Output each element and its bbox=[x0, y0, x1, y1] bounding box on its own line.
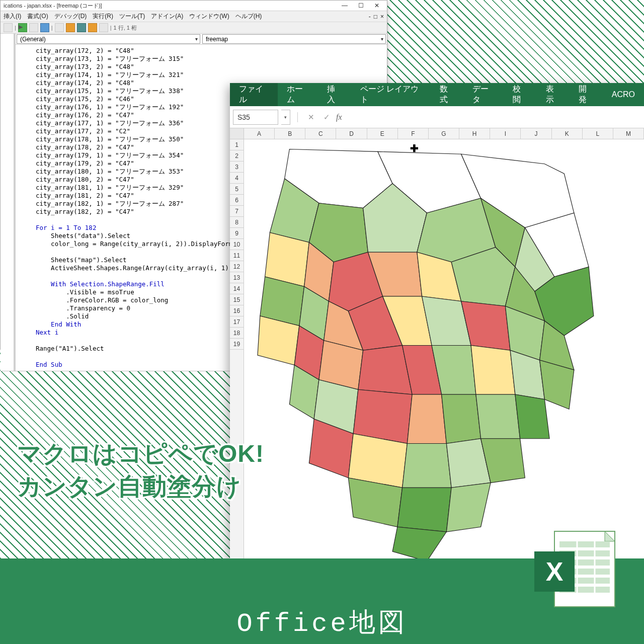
row-header[interactable]: 16 bbox=[230, 305, 244, 316]
row-header[interactable]: 12 bbox=[230, 261, 244, 272]
tab-data[interactable]: データ bbox=[463, 83, 504, 106]
tb-btn-a[interactable] bbox=[66, 23, 75, 32]
object-combo[interactable]: (General) bbox=[17, 34, 200, 44]
col-header[interactable]: H bbox=[459, 128, 490, 139]
tab-home[interactable]: ホーム bbox=[278, 83, 318, 106]
mdi-restore-button[interactable]: □ bbox=[374, 13, 377, 20]
name-box[interactable]: S35 bbox=[233, 110, 278, 125]
col-header[interactable]: J bbox=[521, 128, 551, 139]
col-header[interactable]: I bbox=[490, 128, 521, 139]
tab-developer[interactable]: 開発 bbox=[570, 83, 602, 106]
procedure-combo[interactable]: freemap bbox=[202, 34, 386, 44]
formula-bar-row: S35 ▾ ✕ ✓ fx bbox=[230, 106, 644, 128]
vbe-project-explorer[interactable] bbox=[1, 34, 16, 371]
cancel-formula-button[interactable]: ✕ bbox=[305, 113, 317, 122]
promo-line-2: カンタン自動塗分け bbox=[17, 470, 264, 503]
excel-file-icon: X bbox=[529, 526, 620, 619]
col-header[interactable]: B bbox=[275, 128, 305, 139]
tab-page-layout[interactable]: ページ レイアウト bbox=[351, 83, 431, 106]
design-mode-button[interactable] bbox=[55, 23, 64, 32]
col-header[interactable]: D bbox=[336, 128, 367, 139]
select-all-corner[interactable] bbox=[230, 128, 244, 139]
choropleth-map bbox=[244, 139, 644, 571]
row-header[interactable]: 10 bbox=[230, 239, 244, 250]
row-header[interactable]: 3 bbox=[230, 162, 244, 173]
excel-icon-letter: X bbox=[546, 557, 564, 586]
tab-view[interactable]: 表示 bbox=[537, 83, 570, 106]
tab-file[interactable]: ファイル bbox=[230, 83, 278, 106]
maximize-button[interactable]: ☐ bbox=[354, 1, 368, 11]
promo-line-1: マクロはコピペでOK! bbox=[17, 438, 264, 470]
toolbar-status: 1 行, 1 桁 bbox=[114, 24, 137, 32]
minimize-button[interactable]: — bbox=[338, 1, 352, 11]
window-controls: — ☐ ✕ bbox=[338, 1, 384, 11]
row-header[interactable]: 8 bbox=[230, 217, 244, 228]
mdi-minimize-button[interactable]: - bbox=[369, 13, 371, 20]
col-header[interactable]: C bbox=[305, 128, 336, 139]
menu-debug[interactable]: デバッグ(D) bbox=[54, 12, 87, 21]
row-headers[interactable]: 1 2 3 4 5 6 7 8 9 10 11 12 13 14 15 16 1… bbox=[230, 139, 244, 571]
fx-label[interactable]: fx bbox=[336, 113, 342, 122]
row-header[interactable]: 1 bbox=[230, 139, 244, 150]
row-header[interactable]: 19 bbox=[230, 339, 244, 350]
tb-btn-c[interactable] bbox=[88, 23, 97, 32]
svg-rect-1 bbox=[559, 541, 610, 547]
confirm-formula-button[interactable]: ✓ bbox=[320, 113, 333, 122]
row-header[interactable]: 6 bbox=[230, 195, 244, 206]
menu-help[interactable]: ヘルプ(H) bbox=[235, 12, 262, 21]
col-header[interactable]: M bbox=[613, 128, 644, 139]
bottom-label: Office地図 bbox=[236, 605, 407, 640]
vbe-title-text: ications - japan.xlsx - [freemap (コード)] bbox=[4, 2, 338, 10]
tab-formulas[interactable]: 数式 bbox=[431, 83, 463, 106]
tab-review[interactable]: 校閲 bbox=[504, 83, 536, 106]
row-header[interactable]: 11 bbox=[230, 250, 244, 261]
row-header[interactable]: 7 bbox=[230, 206, 244, 217]
menu-tools[interactable]: ツール(T) bbox=[119, 12, 145, 21]
promo-text: マクロはコピペでOK! カンタン自動塗分け bbox=[17, 438, 264, 503]
row-header[interactable]: 18 bbox=[230, 328, 244, 339]
tab-insert[interactable]: 挿入 bbox=[318, 83, 351, 106]
col-header[interactable]: K bbox=[552, 128, 583, 139]
ribbon-tabs[interactable]: ファイル ホーム 挿入 ページ レイアウト 数式 データ 校閲 表示 開発 AC… bbox=[230, 83, 644, 106]
excel-window: ファイル ホーム 挿入 ページ レイアウト 数式 データ 校閲 表示 開発 AC… bbox=[230, 83, 644, 571]
col-header[interactable]: G bbox=[429, 128, 459, 139]
menu-window[interactable]: ウィンドウ(W) bbox=[189, 12, 229, 21]
col-header[interactable]: L bbox=[583, 128, 613, 139]
menu-format[interactable]: 書式(O) bbox=[27, 12, 48, 21]
vbe-toolbar[interactable]: | ▶ | | 1 行, 1 桁 bbox=[1, 22, 387, 34]
toolbar-view-btn[interactable] bbox=[4, 23, 13, 32]
name-box-dropdown[interactable]: ▾ bbox=[281, 110, 290, 125]
column-headers[interactable]: A B C D E F G H I J K L M bbox=[230, 128, 644, 139]
menu-run[interactable]: 実行(R) bbox=[93, 12, 113, 21]
vbe-menu-bar[interactable]: 挿入(I) 書式(O) デバッグ(D) 実行(R) ツール(T) アドイン(A)… bbox=[1, 11, 387, 22]
row-header[interactable]: 2 bbox=[230, 150, 244, 162]
vbe-titlebar[interactable]: ications - japan.xlsx - [freemap (コード)] … bbox=[1, 1, 387, 11]
worksheet-area: A B C D E F G H I J K L M 1 2 3 4 5 6 7 … bbox=[230, 128, 644, 571]
menu-addins[interactable]: アドイン(A) bbox=[151, 12, 183, 21]
row-header[interactable]: 13 bbox=[230, 272, 244, 283]
tb-btn-d[interactable] bbox=[99, 23, 108, 32]
menu-insert[interactable]: 挿入(I) bbox=[4, 12, 21, 21]
row-header[interactable]: 4 bbox=[230, 173, 244, 184]
col-header[interactable]: F bbox=[398, 128, 429, 139]
row-header[interactable]: 9 bbox=[230, 228, 244, 239]
tab-acrobat[interactable]: ACRO bbox=[603, 83, 644, 106]
col-header[interactable]: E bbox=[367, 128, 398, 139]
run-macro-button[interactable]: ▶ bbox=[18, 23, 27, 32]
row-header[interactable]: 5 bbox=[230, 184, 244, 195]
row-header[interactable]: 17 bbox=[230, 316, 244, 328]
pause-button[interactable] bbox=[29, 23, 38, 32]
row-header[interactable]: 14 bbox=[230, 283, 244, 294]
row-header[interactable]: 15 bbox=[230, 294, 244, 305]
mdi-close-button[interactable]: × bbox=[380, 13, 384, 20]
close-button[interactable]: ✕ bbox=[370, 1, 384, 11]
col-header[interactable]: A bbox=[244, 128, 275, 139]
stop-button[interactable] bbox=[40, 23, 49, 32]
map-canvas[interactable]: ✚ bbox=[244, 139, 644, 571]
mdi-controls: - □ × bbox=[369, 13, 384, 20]
tb-btn-b[interactable] bbox=[77, 23, 86, 32]
